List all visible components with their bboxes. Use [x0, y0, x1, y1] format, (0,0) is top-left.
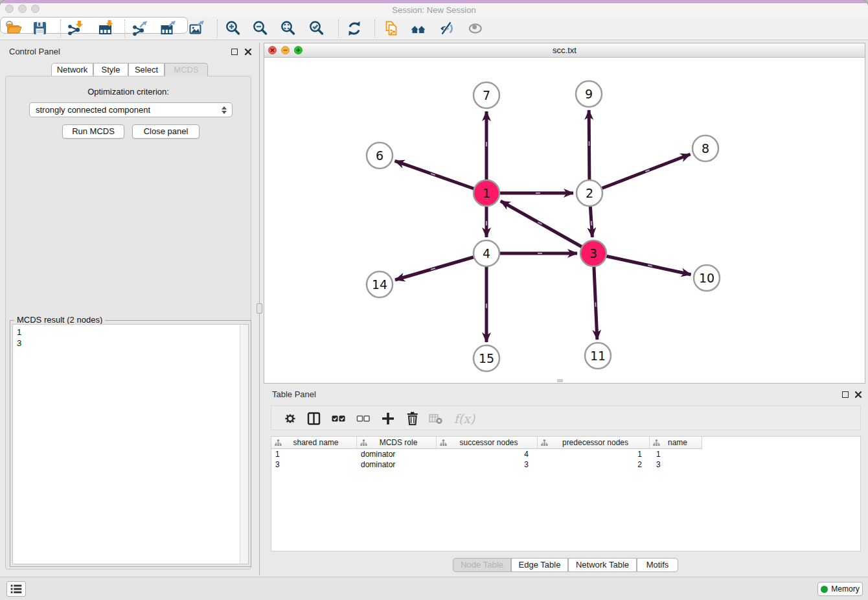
mcds-panel: Optimization criterion: strongly connect… [5, 76, 251, 570]
unselect-all-icon [355, 410, 372, 427]
run-mcds-button[interactable]: Run MCDS [62, 124, 124, 139]
table-cell[interactable]: dominator [357, 459, 437, 470]
refresh-layout-button[interactable] [344, 18, 365, 39]
export-image-button[interactable] [187, 18, 207, 39]
delete-row-button[interactable] [402, 408, 423, 429]
tab-mcds[interactable]: MCDS [165, 63, 208, 76]
select-all-button[interactable] [328, 408, 349, 429]
delete-table-button[interactable] [426, 408, 446, 429]
zoom-fit-button[interactable] [278, 18, 299, 39]
column-header-predecessor-nodes[interactable]: predecessor nodes [538, 437, 650, 449]
zoom-in-icon [224, 19, 242, 38]
mcds-result-lines: 1 3 [17, 327, 21, 349]
criterion-dropdown[interactable]: strongly connected component [29, 102, 233, 117]
open-folder-icon [5, 19, 23, 38]
node-table[interactable]: shared name MCDS role successor nodes pr… [271, 436, 861, 551]
close-panel-icon[interactable] [244, 47, 253, 56]
trash-icon [404, 410, 421, 427]
zoom-selected-button[interactable] [306, 18, 327, 39]
open-session-button[interactable] [4, 18, 25, 39]
import-table-button[interactable] [96, 18, 117, 39]
import-network-button[interactable] [65, 18, 86, 39]
column-type-icon [653, 439, 660, 446]
graph-node-label: 11 [590, 349, 606, 363]
result-scrollbar[interactable] [240, 325, 248, 564]
table-cell[interactable]: 3 [437, 459, 538, 470]
graphics-details-icon [438, 19, 456, 38]
toolbar-separator [60, 19, 62, 38]
column-type-icon [275, 439, 282, 446]
toolbar-separator [124, 19, 126, 38]
show-column-button[interactable] [304, 408, 325, 429]
column-header-label: successor nodes [447, 438, 537, 447]
reset-view-button[interactable] [408, 18, 429, 39]
zoom-out-button[interactable] [250, 18, 271, 39]
tab-motifs[interactable]: Motifs [637, 558, 678, 572]
show-graphics-details-button[interactable] [437, 18, 457, 39]
table-cell[interactable]: 4 [437, 449, 538, 459]
table-cell[interactable]: 1 [271, 449, 357, 459]
save-floppy-icon [31, 19, 49, 38]
memory-status-icon [821, 586, 828, 593]
panel-divider-handle[interactable] [257, 303, 262, 314]
table-cell[interactable]: 3 [650, 459, 702, 470]
criterion-value: strongly connected component [30, 105, 219, 115]
app-window: Session: New Session [0, 0, 868, 600]
graph-edge-3-10[interactable] [593, 253, 691, 275]
add-row-button[interactable] [378, 408, 398, 429]
toolbar-separator [374, 19, 376, 38]
tab-edge-table[interactable]: Edge Table [511, 558, 568, 572]
table-settings-button[interactable] [280, 408, 301, 429]
float-table-panel-icon[interactable] [842, 391, 849, 398]
export-table-icon [159, 19, 177, 38]
save-session-button[interactable] [30, 18, 51, 39]
zoom-fit-icon [279, 19, 297, 38]
zoom-in-button[interactable] [223, 18, 244, 39]
unselect-all-button[interactable] [353, 408, 374, 429]
task-history-button[interactable] [6, 581, 26, 597]
table-cell[interactable]: 3 [271, 459, 357, 470]
table-cell[interactable]: 1 [538, 449, 650, 459]
tab-style[interactable]: Style [93, 63, 128, 76]
table-cell[interactable]: dominator [357, 449, 437, 459]
memory-label: Memory [831, 584, 859, 594]
table-row[interactable]: 1dominator411 [271, 449, 860, 459]
new-network-from-selection-button[interactable] [381, 18, 402, 39]
graph-edge-3-1[interactable] [501, 201, 593, 253]
column-header-successor-nodes[interactable]: successor nodes [437, 437, 538, 449]
table-row[interactable]: 3dominator323 [271, 459, 860, 470]
network-titlebar[interactable]: scc.txt [264, 43, 865, 58]
column-header-MCDS-role[interactable]: MCDS role [357, 437, 437, 449]
mcds-result-area[interactable]: 1 3 [12, 324, 249, 564]
memory-button[interactable]: Memory [817, 582, 863, 596]
control-panel: Control Panel Network Style Select MCDS … [4, 43, 255, 570]
table-cell[interactable]: 1 [650, 449, 702, 459]
float-panel-icon[interactable] [231, 49, 238, 55]
graph-edge-4-14[interactable] [395, 253, 486, 280]
canvas-scrollbar-thumb[interactable] [557, 379, 563, 382]
graph-edge-2-8[interactable] [589, 154, 691, 193]
network-view-window: scc.txt 7968124314101511 [264, 43, 865, 384]
export-network-icon [131, 19, 149, 38]
close-table-panel-icon[interactable] [854, 390, 863, 399]
network-graph[interactable]: 7968124314101511 [264, 58, 865, 383]
column-header-name[interactable]: name [650, 437, 702, 449]
gear-icon [282, 410, 299, 427]
table-cell[interactable]: 2 [538, 459, 650, 470]
network-canvas[interactable]: 7968124314101511 [264, 58, 865, 383]
function-builder-button[interactable]: f(x) [450, 408, 479, 429]
window-titlebar: Session: New Session [0, 3, 868, 17]
export-table-button[interactable] [158, 18, 179, 39]
tab-network-table[interactable]: Network Table [568, 558, 637, 572]
export-network-button[interactable] [130, 18, 150, 39]
toggle-details-button[interactable] [465, 18, 486, 39]
tab-network[interactable]: Network [51, 63, 93, 76]
graph-node-label: 1 [483, 186, 490, 200]
eye-icon [466, 19, 485, 38]
tab-select[interactable]: Select [128, 63, 165, 76]
column-header-shared-name[interactable]: shared name [271, 437, 357, 449]
graph-edge-1-6[interactable] [395, 161, 486, 193]
tab-node-table[interactable]: Node Table [453, 558, 511, 572]
close-panel-button[interactable]: Close panel [132, 124, 200, 139]
fx-icon: f(x) [454, 411, 475, 426]
